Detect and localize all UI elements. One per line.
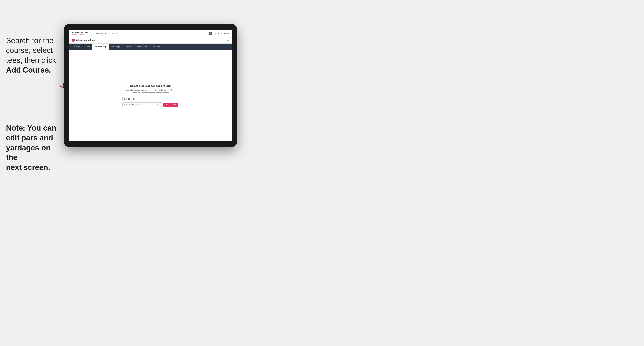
nav-tournaments[interactable]: TOURNAMENTS [94,32,108,34]
top-nav-links: TOURNAMENTS TEAMS [94,32,208,34]
user-name: Test User [214,32,220,34]
cancel-area[interactable]: Cancel ✕ [221,39,229,41]
panel-title: Select a course for each round [122,84,178,87]
annotation-note: Note: You can edit pars and yardages on … [6,123,62,173]
tablet-screen: SCOREBOARD Powered by clippd TOURNAMENTS… [69,30,232,141]
add-course-button[interactable]: Add Course [163,103,178,107]
tee-select-row: Gold (M) (M) (7010 yds) ✕ ⌄ Add Course [122,102,178,107]
logo-sub: Powered by clippd [72,34,90,35]
tab-tee-groups[interactable]: Tee Groups [109,43,123,50]
top-nav: SCOREBOARD Powered by clippd TOURNAMENTS… [69,30,232,37]
tee-expand-icon[interactable]: ⌄ [159,104,160,106]
tablet-device: SCOREBOARD Powered by clippd TOURNAMENTS… [64,24,237,147]
tab-teams[interactable]: Teams [82,43,92,50]
tee-select[interactable]: Gold (M) (M) (7010 yds) ✕ ⌄ [122,102,162,107]
logo-area: SCOREBOARD Powered by clippd [72,31,90,35]
cancel-text[interactable]: Cancel [221,39,226,41]
tee-select-controls: ✕ ⌄ [156,104,160,106]
tab-printables[interactable]: Printables [149,43,162,50]
tournament-name: Clippd Invitational [76,39,95,41]
tablet-side-button [63,83,64,88]
tab-course-setup[interactable]: Course Setup [92,43,109,50]
tournament-title: C Clippd Invitational (Men) [72,39,101,42]
tee-clear-icon[interactable]: ✕ [156,104,158,106]
tab-results[interactable]: Results [123,43,134,50]
user-avatar: R [209,32,212,35]
sign-out-link[interactable]: Sign out [223,32,229,34]
cancel-icon[interactable]: ✕ [227,39,229,41]
nav-teams[interactable]: TEAMS [112,32,118,34]
tournament-icon: C [72,39,75,42]
tournament-header: C Clippd Invitational (Men) Cancel ✕ [69,37,232,43]
tab-nav: Details Teams Course Setup Tee Groups Re… [69,43,232,50]
tab-leaderboards[interactable]: Leaderboards [134,43,149,50]
course-setup-panel: Select a course for each round Search fo… [122,84,178,107]
annotation-main: Search for the course, select tees, then… [6,36,62,75]
main-content: Select a course for each round Search fo… [69,50,232,141]
tab-details[interactable]: Details [72,43,82,50]
logo-text: SCOREBOARD [72,31,90,34]
panel-description: Search for a course and select a tee. Yo… [122,89,178,94]
tee-select-value: Gold (M) (M) (7010 yds) [124,104,144,106]
tournament-gender: (Men) [96,39,101,41]
course-search-input[interactable] [122,97,178,101]
top-nav-right: R Test User | Sign out [209,32,229,35]
